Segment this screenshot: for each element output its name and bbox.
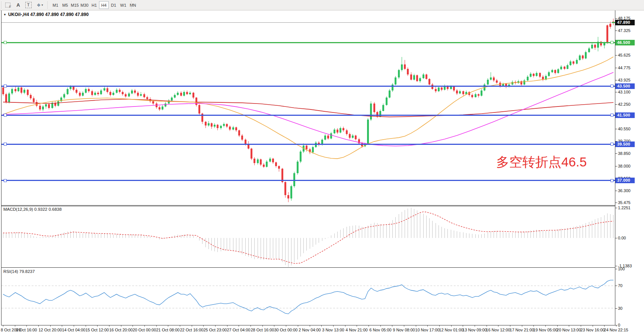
time-tick	[487, 325, 487, 327]
time-tick	[156, 325, 157, 327]
styles-dropdown-icon[interactable]: ❖▾	[34, 1, 45, 9]
timeframe-button-M30[interactable]: M30	[80, 1, 89, 9]
level-badge-39.500: 39.500	[615, 141, 635, 147]
macd-axis[interactable]: 1.22510.00-1.1383	[615, 206, 644, 267]
timeframe-button-H1[interactable]: H1	[89, 1, 99, 9]
chart-menu-triangle-icon[interactable]: ▼	[3, 13, 6, 16]
time-tick	[569, 325, 569, 327]
candle	[423, 74, 424, 78]
rsi-tick-label: 30	[618, 306, 622, 311]
candle	[214, 125, 216, 127]
candle	[425, 74, 427, 79]
rsi-label: RSI(14) 79.8237	[3, 269, 35, 274]
panel-divider-2[interactable]	[1, 267, 615, 268]
candle	[520, 81, 522, 85]
candle	[125, 94, 127, 96]
level-badge-43.500: 43.500	[615, 83, 635, 89]
candle	[551, 70, 553, 72]
time-label: 22 Oct 16:00	[180, 328, 204, 332]
candle	[315, 143, 317, 147]
annotation-text[interactable]: 多空转折点46.5	[496, 153, 587, 171]
chart-title[interactable]: ▼UKOil-,H4 47.890 47.890 47.890 47.890	[3, 12, 89, 17]
candle	[238, 130, 240, 136]
time-label: 9 Nov 08:00	[393, 328, 415, 332]
time-label: 3 Nov 13:00	[322, 328, 344, 332]
candle	[376, 112, 378, 117]
text-label-icon[interactable]: A	[14, 1, 22, 9]
candle	[370, 104, 372, 120]
toolbar-grip-2[interactable]	[47, 1, 49, 9]
time-tick	[510, 325, 510, 327]
candle	[260, 159, 262, 165]
hline-handle	[4, 41, 6, 44]
candle	[594, 45, 596, 48]
rsi-canvas[interactable]	[1, 268, 615, 325]
candle	[205, 122, 207, 125]
candle	[481, 90, 482, 96]
time-label: 25 Oct 23:00	[204, 328, 227, 332]
main-chart-canvas[interactable]	[1, 10, 615, 205]
timeframe-button-W1[interactable]: W1	[118, 1, 128, 9]
price-tick-label: 45.625	[618, 53, 631, 57]
macd-canvas[interactable]	[1, 206, 615, 267]
candle	[257, 159, 259, 163]
rsi-axis[interactable]: 10070300	[615, 268, 644, 325]
text-box-icon[interactable]: T	[24, 1, 33, 9]
candle	[539, 73, 541, 77]
timeframe-button-M1[interactable]: M1	[51, 1, 60, 9]
time-tick	[369, 325, 369, 327]
time-tick	[557, 325, 558, 327]
candle	[548, 72, 550, 76]
time-tick	[109, 325, 109, 327]
candle	[67, 89, 68, 94]
timeframe-button-H4[interactable]: H4	[99, 1, 109, 9]
candle	[465, 92, 467, 94]
toolbar-separator	[131, 1, 131, 9]
panel-divider-1[interactable]	[1, 205, 615, 206]
candle	[30, 95, 32, 99]
candle	[85, 89, 87, 93]
level-badge-37.000: 37.000	[615, 178, 635, 183]
timeframe-button-MN[interactable]: MN	[128, 1, 138, 9]
candle	[527, 77, 529, 80]
time-tick	[227, 325, 227, 327]
time-tick	[97, 325, 98, 327]
candle	[339, 128, 341, 133]
candle	[287, 195, 289, 199]
macd-histogram	[3, 208, 613, 267]
candle	[180, 93, 182, 96]
candle	[186, 92, 188, 94]
timeframe-button-M15[interactable]: M15	[70, 1, 80, 9]
candle	[152, 101, 154, 104]
time-label: 16 Oct 20:00	[109, 328, 133, 332]
candle	[435, 89, 437, 91]
price-tick-label: 38.000	[618, 164, 631, 168]
timeframe-button-M5[interactable]: M5	[60, 1, 70, 9]
price-tick-label: 36.300	[618, 188, 631, 193]
candle	[591, 45, 593, 48]
candle	[567, 65, 568, 69]
macd-label: MACD(12,26,9) 0.9322 0.6838	[3, 207, 62, 211]
candle	[398, 70, 400, 77]
time-tick	[616, 325, 616, 327]
candle	[82, 93, 84, 96]
candle	[57, 101, 59, 106]
time-tick	[86, 325, 86, 327]
candle	[235, 127, 237, 130]
text-box-glyph: T	[25, 2, 32, 8]
candle	[554, 70, 556, 73]
time-tick	[251, 325, 251, 327]
candle	[146, 97, 148, 99]
time-tick	[38, 325, 39, 327]
candle	[585, 52, 587, 59]
timeframe-button-D1[interactable]: D1	[109, 1, 118, 9]
price-axis[interactable]: 48.17547.32545.62544.77543.92543.10042.2…	[615, 10, 644, 205]
time-label: 14 Oct 04:00	[62, 328, 86, 332]
chevron-down-icon: ▾	[41, 3, 43, 7]
candle	[198, 105, 200, 114]
time-axis[interactable]: 8 Oct 20209 Oct 16:0012 Oct 20:0014 Oct …	[0, 325, 644, 334]
candle	[297, 162, 299, 173]
candle	[352, 136, 354, 138]
chart-f-icon[interactable]: F	[4, 1, 12, 9]
toolbar-grip[interactable]	[1, 1, 3, 9]
